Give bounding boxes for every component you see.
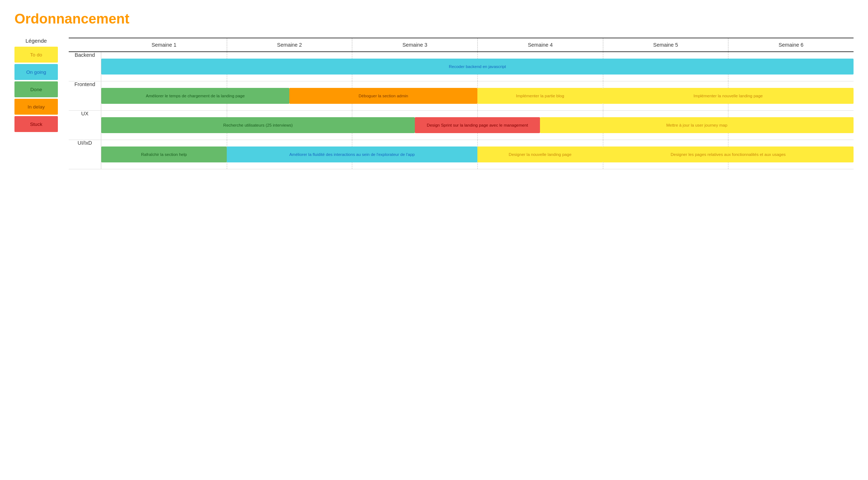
task-bar: Designer les pages relatives aux fonctio…	[603, 146, 854, 162]
legend-item-on-going: On going	[14, 64, 58, 80]
legend: Légende To doOn goingDoneIn delayStuck	[14, 38, 58, 133]
gantt-row-ux: UXRecherche utilisateurs (25 interviews)…	[69, 111, 854, 140]
row-label-frontend: Frontend	[69, 81, 101, 110]
task-bar: Design Sprint sur la landing page avec l…	[415, 117, 540, 133]
gantt-chart: Semaine 1Semaine 2Semaine 3Semaine 4Sema…	[69, 38, 854, 169]
task-bar: Recoder backend en javascript	[101, 59, 854, 75]
week-header-5: Semaine 5	[603, 38, 728, 51]
gantt-row-ui/ixd: UI/IxDRafraîchir la section helpAméliore…	[69, 140, 854, 169]
task-bar: Améliorer le temps de chargement de la l…	[101, 88, 289, 104]
gantt-header: Semaine 1Semaine 2Semaine 3Semaine 4Sema…	[69, 38, 854, 52]
main-layout: Légende To doOn goingDoneIn delayStuck S…	[14, 38, 854, 169]
legend-item-to-do: To do	[14, 47, 58, 63]
task-bar: Implémenter la partie blog	[477, 88, 603, 104]
legend-title: Légende	[25, 38, 47, 44]
row-label-ux: UX	[69, 111, 101, 140]
week-header-3: Semaine 3	[352, 38, 477, 51]
legend-item-in-delay: In delay	[14, 99, 58, 115]
week-header-6: Semaine 6	[728, 38, 854, 51]
task-bar: Designer la nouvelle landing page	[477, 146, 603, 162]
task-bar: Améliorer la fluidité des interactions a…	[227, 146, 477, 162]
task-bar: Recherche utilisateurs (25 interviews)	[101, 117, 415, 133]
week-header-1: Semaine 1	[101, 38, 227, 51]
task-bar: Implémenter la nouvelle landing page	[603, 88, 854, 104]
week-header-4: Semaine 4	[477, 38, 603, 51]
legend-item-done: Done	[14, 81, 58, 97]
legend-item-stuck: Stuck	[14, 116, 58, 132]
gantt-row-backend: BackendRecoder backend en javascript	[69, 52, 854, 81]
task-bar: Rafraîchir la section help	[101, 146, 227, 162]
task-bar: Mettre à jour la user journey map	[540, 117, 854, 133]
header-row-label	[69, 38, 101, 51]
gantt-row-frontend: FrontendAméliorer le temps de chargement…	[69, 81, 854, 111]
row-label-ui/ixd: UI/IxD	[69, 140, 101, 169]
task-bar: Déboguer la section admin	[289, 88, 477, 104]
row-label-backend: Backend	[69, 52, 101, 81]
page-title: Ordonnancement	[14, 11, 854, 27]
week-header-2: Semaine 2	[227, 38, 352, 51]
